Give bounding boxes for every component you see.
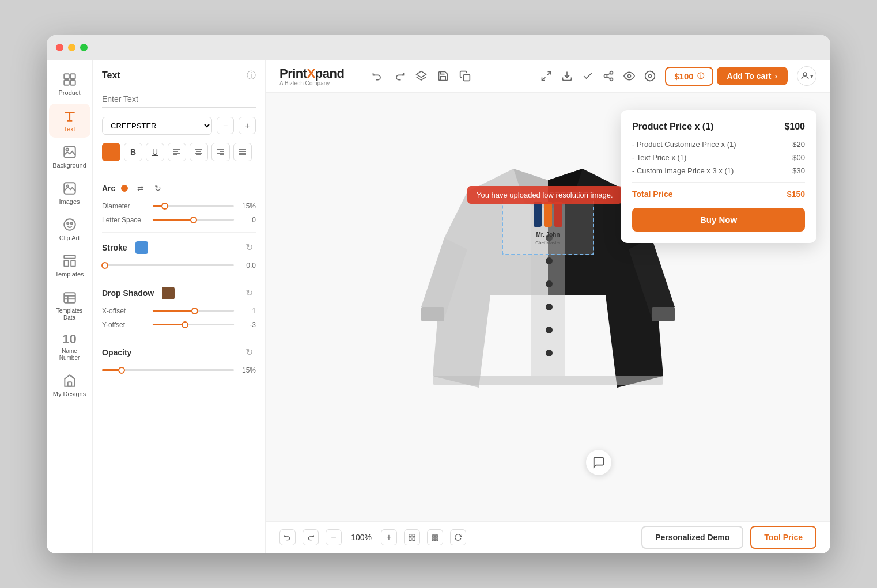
stroke-reset-btn[interactable]: ↻ [242, 241, 256, 255]
canvas-redo-btn[interactable] [303, 529, 319, 545]
font-select[interactable]: CREEPSTER [102, 117, 212, 135]
canvas-area[interactable]: Product Price x (1) $100 - Product Custo… [266, 93, 830, 521]
layers-icon[interactable] [415, 70, 427, 82]
sidebar-item-templates-data[interactable]: Templates Data [49, 286, 90, 326]
zoom-out-btn[interactable]: − [326, 529, 342, 545]
svg-rect-62 [409, 534, 411, 537]
price-line-2-label: - Text Price x (1) [632, 153, 686, 162]
redo-icon[interactable] [394, 70, 405, 82]
add-to-cart-label: Add To cart [727, 71, 772, 81]
svg-point-13 [70, 222, 72, 224]
font-size-increase[interactable]: + [239, 117, 256, 134]
undo-icon[interactable] [372, 70, 383, 82]
arc-flip-icon[interactable]: ⇄ [134, 181, 148, 195]
x-offset-track[interactable] [153, 310, 234, 312]
svg-point-55 [546, 280, 553, 287]
canvas-undo-btn[interactable] [279, 529, 296, 545]
svg-rect-1 [70, 74, 75, 79]
close-button[interactable] [56, 44, 63, 51]
price-popup-header: Product Price x (1) $100 [632, 122, 805, 132]
sidebar-item-images[interactable]: Images [49, 176, 90, 210]
svg-point-45 [610, 78, 613, 81]
sidebar-item-text[interactable]: Text [49, 104, 90, 138]
arc-toggle[interactable] [121, 185, 128, 192]
sidebar-label-name-number: Name Number [51, 348, 88, 362]
total-value: $150 [787, 189, 805, 199]
opacity-reset-btn[interactable]: ↻ [242, 346, 256, 359]
price-badge[interactable]: $100 ⓘ [665, 67, 713, 86]
drop-shadow-label: Drop Shadow [102, 289, 154, 298]
share-icon[interactable] [603, 70, 614, 82]
sidebar-label-my-designs: My Designs [53, 390, 86, 398]
svg-line-40 [547, 72, 551, 75]
main-canvas: PrintXpand A Biztech Company [266, 60, 830, 553]
x-offset-value: 1 [239, 307, 256, 315]
underline-btn[interactable]: U [146, 143, 164, 161]
zoom-in-btn[interactable]: + [381, 529, 397, 545]
save-icon[interactable] [437, 70, 449, 82]
download-icon[interactable] [561, 70, 573, 82]
maximize-button[interactable] [80, 44, 88, 51]
sidebar-item-product[interactable]: Product [49, 67, 90, 101]
tool-price-button[interactable]: Tool Price [750, 526, 816, 549]
info-icon[interactable]: ⓘ [247, 70, 256, 82]
price-line-1-value: $20 [792, 140, 805, 149]
svg-rect-67 [434, 534, 436, 536]
svg-rect-71 [437, 537, 438, 538]
app-window: Product Text Background [47, 35, 830, 553]
personalized-demo-button[interactable]: Personalized Demo [641, 526, 743, 549]
sidebar-label-product: Product [59, 89, 81, 97]
settings-icon[interactable] [644, 70, 656, 82]
sidebar-item-templates[interactable]: Templates [49, 249, 90, 283]
letter-space-track[interactable] [153, 219, 234, 221]
opacity-slider-row: 15% [102, 366, 256, 374]
chat-button[interactable] [586, 450, 611, 475]
price-line-2-value: $00 [792, 153, 805, 162]
sidebar-item-clipart[interactable]: Clip Art [49, 213, 90, 246]
svg-rect-2 [64, 80, 69, 85]
duplicate-icon[interactable] [459, 70, 471, 82]
user-menu[interactable]: ▾ [797, 66, 816, 86]
cloud-save-icon[interactable] [582, 70, 594, 82]
opacity-track[interactable] [102, 369, 234, 371]
font-row: CREEPSTER − + [102, 117, 256, 135]
buy-now-button[interactable]: Buy Now [632, 208, 805, 232]
arc-reset-icon[interactable]: ↻ [151, 181, 165, 195]
font-size-decrease[interactable]: − [217, 117, 234, 134]
svg-point-51 [803, 73, 807, 76]
svg-point-57 [546, 327, 553, 333]
x-offset-label: X-offset [102, 307, 148, 315]
stroke-track[interactable] [102, 264, 234, 266]
logo-bar-blue [534, 202, 542, 227]
total-row: Total Price $150 [632, 189, 805, 199]
stroke-label: Stroke [102, 243, 127, 252]
format-row: B U [102, 143, 256, 161]
svg-point-54 [546, 257, 553, 264]
chevron-icon: › [774, 71, 777, 81]
canvas-refresh-btn[interactable] [450, 529, 466, 545]
drop-shadow-reset-btn[interactable]: ↻ [242, 286, 256, 300]
sidebar-item-name-number[interactable]: 10 Name Number [49, 328, 90, 366]
grid-view-btn-2[interactable] [427, 529, 443, 545]
stroke-color-swatch[interactable] [135, 241, 148, 254]
zoom-level-display: 100% [349, 533, 374, 542]
panel-title: Text [102, 70, 120, 81]
align-center-btn[interactable] [190, 143, 208, 161]
sidebar-item-my-designs[interactable]: My Designs [49, 369, 90, 403]
align-left-btn[interactable] [168, 143, 186, 161]
sidebar-item-background[interactable]: Background [49, 140, 90, 174]
grid-view-btn-1[interactable] [404, 529, 420, 545]
diameter-track[interactable] [153, 205, 234, 207]
y-offset-track[interactable] [153, 324, 234, 325]
align-right-btn[interactable] [211, 143, 230, 161]
minimize-button[interactable] [68, 44, 75, 51]
text-input[interactable] [102, 91, 256, 108]
fullscreen-icon[interactable] [540, 70, 552, 82]
justify-btn[interactable] [233, 143, 252, 161]
text-color-btn[interactable] [102, 143, 120, 161]
add-to-cart-button[interactable]: Add To cart › [717, 67, 788, 85]
bold-btn[interactable]: B [124, 143, 142, 161]
svg-line-46 [607, 77, 610, 78]
drop-shadow-color-swatch[interactable] [162, 287, 175, 299]
preview-icon[interactable] [623, 70, 635, 82]
